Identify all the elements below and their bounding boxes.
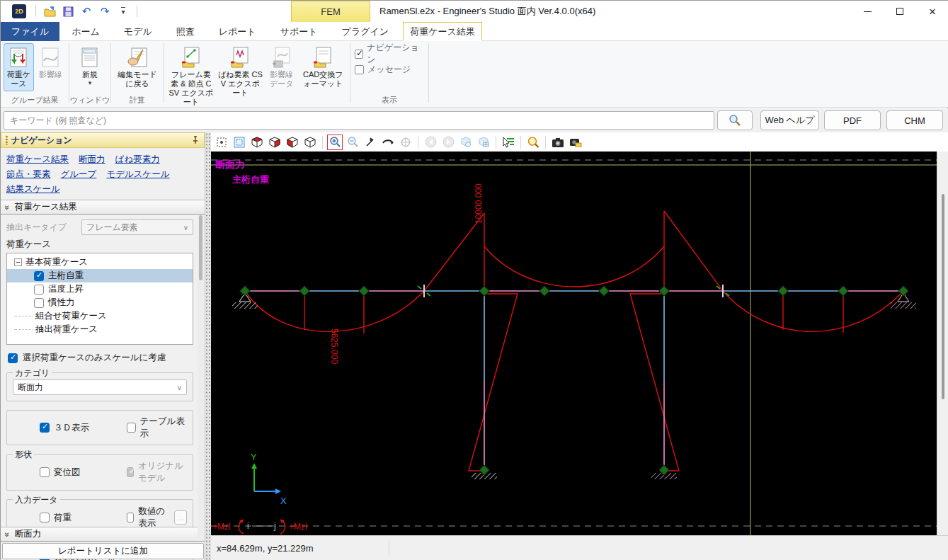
- window-title: RamenSl.e2x - Engineer's Studio 面内 Ver.4…: [379, 1, 595, 22]
- undo-icon[interactable]: ↶: [79, 4, 93, 18]
- chevron-down-icon: ∨: [183, 224, 188, 232]
- application-window: 2D ↶ ↷ ▾ FEM RamenSl.e2x - Engineer's St…: [0, 0, 948, 560]
- link-nodes-elements[interactable]: 節点・要素: [6, 169, 51, 179]
- panel-scrollbar[interactable]: [198, 215, 204, 541]
- find-in-view-icon[interactable]: [525, 135, 541, 150]
- panel-scrollbar-thumb[interactable]: [199, 215, 202, 280]
- canvas-load-case-label: 主桁自重: [232, 174, 269, 185]
- tree-item-combined-load-cases[interactable]: 組合せ荷重ケース: [7, 309, 193, 323]
- checkbox-checked-icon: [355, 50, 363, 59]
- canvas-scrollbar[interactable]: [937, 152, 948, 535]
- pin-icon[interactable]: [191, 136, 200, 144]
- load-checkbox[interactable]: 荷重: [13, 512, 100, 524]
- section-header-load-case-results[interactable]: » 荷重ケース結果: [1, 200, 205, 215]
- displacement-checkbox[interactable]: 変位図: [13, 460, 100, 484]
- zoom-in-icon[interactable]: [327, 135, 343, 150]
- tab-file[interactable]: ファイル: [1, 22, 59, 41]
- pdf-button[interactable]: PDF: [824, 110, 881, 130]
- influence-line-button: 影響線: [35, 43, 66, 82]
- frame-csv-export-button[interactable]: フレーム要素 & 節点 CSV エクスポート: [167, 43, 215, 110]
- fit-view-icon[interactable]: [232, 135, 247, 150]
- collapse-expander-icon[interactable]: [14, 258, 22, 266]
- new-window-button[interactable]: 新規 ▾: [72, 43, 108, 89]
- link-load-case-results[interactable]: 荷重ケース結果: [6, 154, 69, 164]
- tree-item-extract-load-cases[interactable]: 抽出荷重ケース: [7, 323, 193, 336]
- view-cube-wire-icon[interactable]: [302, 135, 318, 150]
- search-button[interactable]: [717, 110, 753, 130]
- save-icon[interactable]: [61, 4, 75, 18]
- display-table-checkbox[interactable]: テーブル表示: [100, 416, 187, 440]
- contextual-tab-group: FEM: [291, 1, 370, 22]
- tab-plugin[interactable]: プラグイン: [330, 22, 401, 41]
- tree-item-temperature-rise[interactable]: 温度上昇: [7, 282, 193, 296]
- scale-option-checkbox[interactable]: 選択荷重ケースのみスケールに考慮: [8, 352, 193, 364]
- tab-support[interactable]: サポート: [268, 22, 330, 41]
- tree-item-inertia-force[interactable]: 慣性力: [7, 296, 193, 309]
- axis-y-label: Y: [251, 452, 257, 462]
- spring-csv-export-button[interactable]: ばね要素 CSV エクスポート: [217, 43, 265, 101]
- select-region-icon[interactable]: [214, 135, 229, 150]
- redo-icon[interactable]: ↷: [98, 4, 112, 18]
- new-window-dropdown-icon[interactable]: ▾: [88, 79, 92, 86]
- back-to-edit-mode-button[interactable]: 編集モードに戻る: [114, 43, 161, 91]
- canvas-scrollbar-thumb[interactable]: [942, 194, 944, 399]
- tab-load-case-results[interactable]: 荷重ケース結果: [403, 22, 482, 41]
- moment-diagram: [245, 211, 903, 471]
- checkbox-checked-icon[interactable]: [34, 271, 44, 281]
- chm-button[interactable]: CHM: [886, 110, 943, 130]
- quick-access-toolbar: ↶ ↷ ▾: [33, 4, 139, 18]
- collapse-chevron-icon: »: [2, 205, 12, 210]
- legend-node-i: i: [247, 521, 249, 531]
- zoom-out-icon[interactable]: [345, 135, 360, 150]
- open-icon[interactable]: [42, 4, 57, 18]
- load-case-button[interactable]: 荷重ケース: [4, 43, 34, 91]
- minimize-button[interactable]: [851, 1, 884, 22]
- checkbox-checked-icon: [8, 353, 18, 363]
- add-to-report-list-button[interactable]: レポートリストに追加: [2, 543, 204, 559]
- tab-report[interactable]: レポート: [207, 22, 268, 41]
- tab-model[interactable]: モデル: [112, 22, 164, 41]
- tree-item-basic-load-cases[interactable]: 基本荷重ケース: [7, 256, 193, 269]
- cad-format-button[interactable]: CAD交換フォーマット: [299, 43, 347, 91]
- view-cube-sw-icon[interactable]: [267, 135, 282, 150]
- input-numeric-display-checkbox[interactable]: 数値の表示 ...: [100, 505, 187, 530]
- view-cube-ne-icon[interactable]: [285, 135, 300, 150]
- tab-home[interactable]: ホーム: [59, 22, 112, 41]
- maximize-button[interactable]: [884, 1, 916, 22]
- panel-splitter[interactable]: [205, 132, 211, 560]
- pan-icon[interactable]: [362, 135, 378, 150]
- link-group[interactable]: グループ: [61, 169, 97, 179]
- navigation-checkbox[interactable]: ナビゲーション: [355, 47, 424, 61]
- drag-grip-icon[interactable]: [6, 135, 8, 145]
- nodes: [240, 286, 908, 475]
- keyword-search-input[interactable]: [4, 111, 714, 130]
- pick-result-icon[interactable]: [501, 135, 516, 150]
- supports: [232, 293, 916, 479]
- influence-data-button: 影響線データ: [265, 43, 297, 91]
- link-section-force[interactable]: 断面力: [79, 154, 105, 164]
- web-help-button[interactable]: Web ヘルプ: [760, 110, 819, 130]
- link-model-scale[interactable]: モデルスケール: [106, 169, 169, 179]
- toolbar-separator: [496, 136, 496, 149]
- moment-sign-legend: +Mzl i j +Mzl: [212, 520, 307, 534]
- snapshot-save-icon[interactable]: [568, 135, 583, 150]
- influence-data-icon: [270, 46, 293, 69]
- tree-item-girder-self-weight[interactable]: 主桁自重: [7, 269, 193, 282]
- checkbox-unchecked-icon[interactable]: [34, 285, 44, 295]
- close-button[interactable]: ×: [916, 1, 948, 22]
- customize-quick-access-icon[interactable]: ▾: [116, 4, 130, 18]
- display-3d-checkbox[interactable]: ３Ｄ表示: [13, 422, 100, 434]
- link-result-scale[interactable]: 結果スケール: [6, 184, 60, 194]
- model-canvas[interactable]: 断面力 主桁自重: [211, 152, 948, 535]
- separator: [35, 6, 36, 17]
- link-spring-force[interactable]: ばね要素力: [115, 154, 160, 164]
- checkbox-unchecked-icon[interactable]: [34, 298, 44, 308]
- rotate-icon[interactable]: [380, 135, 396, 150]
- category-combobox[interactable]: 断面力∨: [13, 379, 187, 395]
- result-drawing: 断面力 主桁自重: [211, 152, 937, 535]
- tab-check[interactable]: 照査: [164, 22, 207, 41]
- snapshot-icon[interactable]: [550, 135, 566, 150]
- section-header-section-force[interactable]: » 断面力: [1, 527, 205, 542]
- checkbox-unchecked-icon: [127, 513, 134, 522]
- view-cube-se-icon[interactable]: [249, 135, 265, 150]
